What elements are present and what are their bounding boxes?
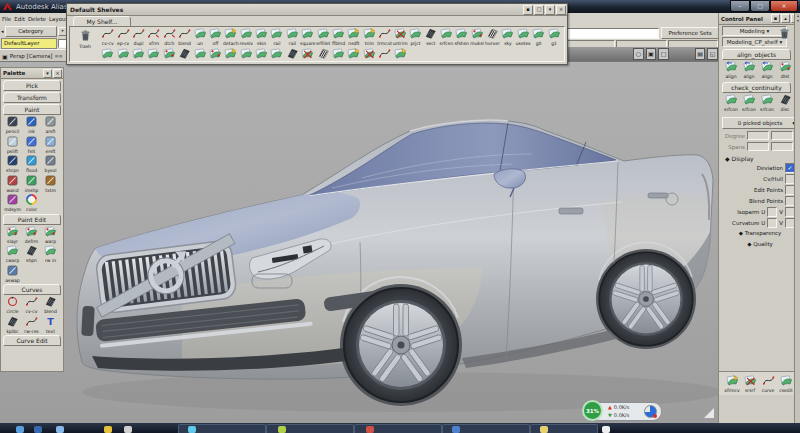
taskbar-app-icon[interactable]	[452, 426, 460, 433]
shelf-tool-square[interactable]: square	[300, 27, 315, 47]
shelf-tool-skin[interactable]: skin	[254, 27, 269, 47]
viewport-window-icon[interactable]: ▣	[2, 53, 8, 60]
palette-close-icon[interactable]: ×	[53, 69, 62, 78]
shelf-tool-icon[interactable]	[377, 47, 392, 62]
aswap-icon[interactable]	[6, 264, 19, 279]
palette-collapse-icon[interactable]: ▾	[43, 69, 52, 78]
circle-icon[interactable]	[6, 295, 19, 310]
degree-u-field[interactable]	[747, 131, 769, 140]
palette-tool-arsft[interactable]: arsft	[41, 115, 60, 135]
shelf-tool-icon[interactable]	[331, 47, 346, 62]
trmcvt-icon[interactable]	[378, 27, 391, 42]
bysol-icon[interactable]	[44, 154, 57, 169]
curve-icon[interactable]	[762, 374, 775, 389]
align-icon[interactable]	[743, 60, 756, 75]
shelf-tool-dtch[interactable]: dtch	[162, 27, 177, 47]
shelf-tool-trmcvt[interactable]: trmcvt	[377, 27, 392, 47]
spans-u-field[interactable]	[747, 142, 769, 151]
srfcon-icon[interactable]	[743, 93, 756, 108]
shelf-tool-revslv[interactable]: revslv	[239, 27, 254, 47]
nsdft-icon[interactable]	[347, 27, 360, 42]
shelf-tool-sky[interactable]: sky	[500, 27, 515, 47]
trash-icon[interactable]	[79, 36, 92, 44]
tool-icon[interactable]	[255, 47, 268, 62]
pencil-icon[interactable]	[6, 115, 19, 130]
un-icon[interactable]	[194, 27, 207, 42]
shelf-trash-button[interactable]: Trash	[72, 29, 98, 49]
cp-tool-align[interactable]: align	[758, 60, 776, 80]
shelf-tool-icon[interactable]	[223, 47, 238, 62]
rail-icon[interactable]	[270, 27, 283, 42]
shelf-tool-cv-cv[interactable]: cv-cv	[100, 27, 115, 47]
zoom-window-icon[interactable]: ▣	[646, 48, 657, 60]
cp-tool-srfcon[interactable]: srfcon	[740, 93, 758, 113]
tool-icon[interactable]	[163, 47, 176, 62]
mdsym-icon[interactable]	[6, 193, 19, 208]
palette-tool-pencil[interactable]: pencil	[3, 115, 22, 135]
shelf-tool-g1[interactable]: g1	[546, 27, 561, 47]
taskbar-app-icon[interactable]	[188, 426, 196, 433]
cp-tool-dtst[interactable]: dtst	[776, 60, 794, 80]
tool-icon[interactable]	[332, 47, 345, 62]
layout-grid-icon[interactable]: ▤	[695, 48, 706, 60]
palette-tool-cwarp[interactable]: cwarp	[3, 244, 22, 264]
close-button[interactable]: ×	[770, 0, 798, 12]
cp-tool-curve[interactable]: curve	[759, 374, 777, 394]
palette-tool-shpn[interactable]: shpn	[22, 244, 41, 264]
shelf-tool-icon[interactable]	[346, 47, 361, 62]
ffblnd-icon[interactable]	[332, 27, 345, 42]
taskbar-app-icon[interactable]	[278, 426, 286, 433]
srsrf-icon[interactable]	[744, 374, 757, 389]
cwarp-icon[interactable]	[6, 244, 19, 259]
txtm-icon[interactable]	[44, 174, 57, 189]
curvature-u-checkbox[interactable]	[767, 218, 777, 228]
cv-cv-icon[interactable]	[25, 295, 38, 310]
download-manager-icon[interactable]	[644, 405, 657, 418]
ersft-icon[interactable]	[44, 135, 57, 150]
shelf-tool-nsdft[interactable]: nsdft	[346, 27, 361, 47]
cp-tool-xfrmcv[interactable]: xfrmcv	[723, 374, 741, 394]
shelf-tool-horver[interactable]: horver	[485, 27, 500, 47]
blend-icon[interactable]	[178, 27, 191, 42]
tool-icon[interactable]	[194, 47, 207, 62]
palette-tab-pick[interactable]: Pick	[3, 80, 61, 91]
bullet-quality[interactable]: ◆ Quality	[719, 239, 800, 250]
tool-icon[interactable]	[224, 47, 237, 62]
srfcon-icon[interactable]	[725, 93, 738, 108]
palette-tool-shrpn[interactable]: shrpn	[3, 154, 22, 174]
tool-icon[interactable]	[363, 47, 376, 62]
dtch-icon[interactable]	[163, 27, 176, 42]
taskbar-app-icon[interactable]	[602, 426, 610, 433]
palette-tool-imshp[interactable]: imshp	[22, 174, 41, 194]
usetex-icon[interactable]	[517, 27, 530, 42]
skin-icon[interactable]	[255, 27, 268, 42]
wand-icon[interactable]	[6, 174, 19, 189]
shelf-tool-rail[interactable]: rail	[285, 27, 300, 47]
shelf-tool-icon[interactable]	[269, 47, 284, 62]
palette-tool-warp[interactable]: warp	[41, 225, 60, 245]
taskbar-app-icon[interactable]	[56, 426, 64, 433]
shelf-close-icon[interactable]: ×	[556, 5, 566, 15]
square-icon[interactable]	[301, 27, 314, 42]
warp-icon[interactable]	[44, 225, 57, 240]
shelf-tool-icon[interactable]	[208, 47, 223, 62]
shelf-tool-rail[interactable]: rail	[269, 27, 284, 47]
arsft-icon[interactable]	[44, 115, 57, 130]
tool-icon[interactable]	[117, 47, 130, 62]
tool-icon[interactable]	[270, 47, 283, 62]
lock-icon[interactable]: ○	[633, 48, 644, 60]
sect-icon[interactable]	[424, 27, 437, 42]
palette-tab-curve-edit[interactable]: Curve Edit	[3, 335, 61, 346]
cp-tool-disc[interactable]: disc	[776, 93, 794, 113]
taskbar-app-icon[interactable]	[540, 426, 548, 433]
prjct-icon[interactable]	[409, 27, 422, 42]
palette-tool-text[interactable]: Ttext	[41, 315, 60, 335]
shelf-tool-usetex[interactable]: usetex	[516, 27, 531, 47]
rw-css-icon[interactable]	[25, 315, 38, 330]
align-icon[interactable]	[761, 60, 774, 75]
cp-tool-align[interactable]: align	[740, 60, 758, 80]
category-header[interactable]: Category	[5, 26, 57, 37]
viewport-resize-grip[interactable]	[704, 408, 714, 418]
revslv-icon[interactable]	[240, 27, 253, 42]
check-continuity-group-header[interactable]: check_continuity	[722, 82, 791, 93]
